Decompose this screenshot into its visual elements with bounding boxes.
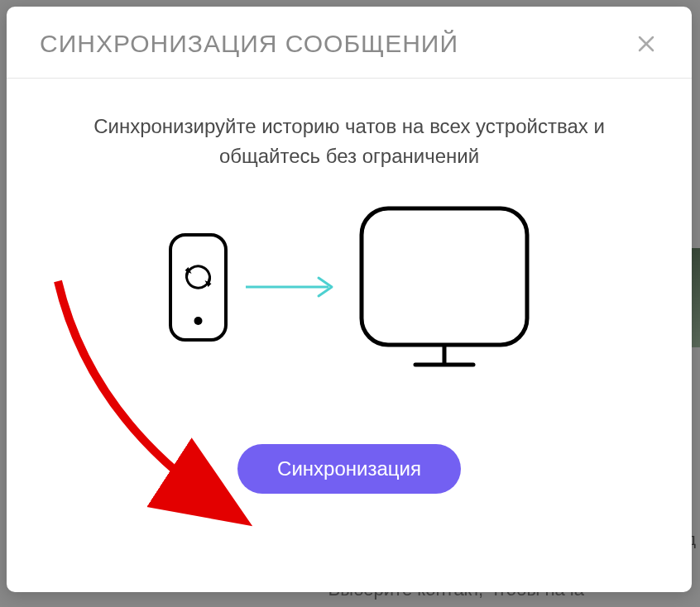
- background-sidebar-fragment: [692, 248, 700, 347]
- transfer-arrow-icon: [246, 275, 341, 299]
- sync-button[interactable]: Синхронизация: [237, 444, 461, 494]
- svg-point-3: [194, 317, 203, 325]
- svg-rect-7: [362, 208, 527, 345]
- dialog-description: Синхронизируйте историю чатов на всех ус…: [56, 112, 642, 171]
- monitor-icon: [357, 204, 531, 370]
- sync-illustration: [56, 204, 642, 370]
- sync-dialog: СИНХРОНИЗАЦИЯ СООБЩЕНИЙ Синхронизируйте …: [7, 7, 692, 592]
- dialog-title: СИНХРОНИЗАЦИЯ СООБЩЕНИЙ: [40, 30, 458, 58]
- dialog-header: СИНХРОНИЗАЦИЯ СООБЩЕНИЙ: [7, 7, 692, 79]
- dialog-body: Синхронизируйте историю чатов на всех ус…: [7, 79, 692, 494]
- phone-icon: [167, 232, 229, 343]
- close-icon: [637, 35, 655, 53]
- close-button[interactable]: [634, 31, 659, 56]
